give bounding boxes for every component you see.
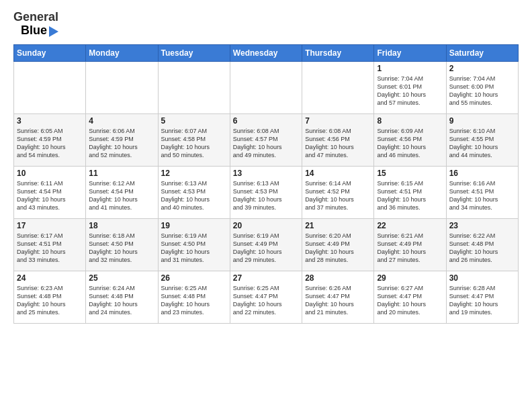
calendar-table: SundayMondayTuesdayWednesdayThursdayFrid… xyxy=(13,44,519,324)
calendar-cell: 20Sunrise: 6:19 AMSunset: 4:49 PMDayligh… xyxy=(230,218,302,271)
weekday-header-wednesday: Wednesday xyxy=(230,44,302,61)
calendar-cell: 19Sunrise: 6:19 AMSunset: 4:50 PMDayligh… xyxy=(158,218,230,271)
calendar-cell: 18Sunrise: 6:18 AMSunset: 4:50 PMDayligh… xyxy=(86,218,158,271)
day-info: Sunrise: 6:28 AMSunset: 4:47 PMDaylight:… xyxy=(449,284,515,317)
day-number: 12 xyxy=(161,169,227,178)
calendar-cell: 28Sunrise: 6:26 AMSunset: 4:47 PMDayligh… xyxy=(302,271,374,323)
day-number: 24 xyxy=(17,273,83,283)
day-number: 20 xyxy=(233,221,299,230)
calendar-cell xyxy=(14,61,86,113)
calendar-cell: 15Sunrise: 6:15 AMSunset: 4:51 PMDayligh… xyxy=(374,166,446,218)
day-number: 29 xyxy=(377,273,443,283)
day-info: Sunrise: 6:14 AMSunset: 4:52 PMDaylight:… xyxy=(305,179,371,212)
day-number: 22 xyxy=(377,221,443,230)
calendar-cell: 2Sunrise: 7:04 AMSunset: 6:00 PMDaylight… xyxy=(446,61,518,113)
day-number: 9 xyxy=(449,116,515,126)
calendar-header-row: SundayMondayTuesdayWednesdayThursdayFrid… xyxy=(14,44,519,61)
day-number: 7 xyxy=(305,116,371,126)
day-number: 19 xyxy=(161,221,227,230)
day-info: Sunrise: 6:25 AMSunset: 4:48 PMDaylight:… xyxy=(161,284,227,317)
day-number: 13 xyxy=(233,169,299,178)
day-info: Sunrise: 6:08 AMSunset: 4:57 PMDaylight:… xyxy=(233,127,299,160)
day-number: 3 xyxy=(17,116,83,126)
calendar-cell: 11Sunrise: 6:12 AMSunset: 4:54 PMDayligh… xyxy=(86,166,158,218)
day-number: 27 xyxy=(233,273,299,283)
day-number: 30 xyxy=(449,273,515,283)
day-number: 25 xyxy=(89,273,154,283)
day-number: 26 xyxy=(161,273,227,283)
calendar-week-row: 24Sunrise: 6:23 AMSunset: 4:48 PMDayligh… xyxy=(14,271,519,323)
day-info: Sunrise: 6:19 AMSunset: 4:50 PMDaylight:… xyxy=(161,232,227,265)
day-info: Sunrise: 7:04 AMSunset: 6:00 PMDaylight:… xyxy=(449,75,515,107)
calendar-cell: 10Sunrise: 6:11 AMSunset: 4:54 PMDayligh… xyxy=(14,166,86,218)
calendar-cell: 1Sunrise: 7:04 AMSunset: 6:01 PMDaylight… xyxy=(374,61,446,113)
day-info: Sunrise: 6:12 AMSunset: 4:54 PMDaylight:… xyxy=(89,179,154,212)
day-info: Sunrise: 6:13 AMSunset: 4:53 PMDaylight:… xyxy=(233,179,299,212)
day-number: 5 xyxy=(161,116,227,126)
header: General Blue xyxy=(13,11,519,38)
calendar-cell: 12Sunrise: 6:13 AMSunset: 4:53 PMDayligh… xyxy=(158,166,230,218)
logo-blue: Blue xyxy=(21,24,47,38)
calendar-week-row: 10Sunrise: 6:11 AMSunset: 4:54 PMDayligh… xyxy=(14,166,519,218)
day-info: Sunrise: 6:10 AMSunset: 4:55 PMDaylight:… xyxy=(449,127,515,160)
calendar-cell: 13Sunrise: 6:13 AMSunset: 4:53 PMDayligh… xyxy=(230,166,302,218)
day-number: 16 xyxy=(449,169,515,178)
calendar-cell: 23Sunrise: 6:22 AMSunset: 4:48 PMDayligh… xyxy=(446,218,518,271)
day-info: Sunrise: 6:06 AMSunset: 4:59 PMDaylight:… xyxy=(89,127,154,160)
day-info: Sunrise: 6:18 AMSunset: 4:50 PMDaylight:… xyxy=(89,232,154,265)
day-info: Sunrise: 6:26 AMSunset: 4:47 PMDaylight:… xyxy=(305,284,371,317)
logo-arrow-icon xyxy=(49,26,58,37)
weekday-header-friday: Friday xyxy=(374,44,446,61)
calendar-cell: 7Sunrise: 6:08 AMSunset: 4:56 PMDaylight… xyxy=(302,113,374,166)
calendar-cell: 16Sunrise: 6:16 AMSunset: 4:51 PMDayligh… xyxy=(446,166,518,218)
day-info: Sunrise: 6:23 AMSunset: 4:48 PMDaylight:… xyxy=(17,284,83,317)
day-number: 17 xyxy=(17,221,83,230)
day-number: 8 xyxy=(377,116,443,126)
day-number: 2 xyxy=(449,64,515,73)
day-info: Sunrise: 7:04 AMSunset: 6:01 PMDaylight:… xyxy=(377,75,443,107)
day-number: 28 xyxy=(305,273,371,283)
calendar-cell: 4Sunrise: 6:06 AMSunset: 4:59 PMDaylight… xyxy=(86,113,158,166)
calendar-cell: 17Sunrise: 6:17 AMSunset: 4:51 PMDayligh… xyxy=(14,218,86,271)
day-number: 10 xyxy=(17,169,83,178)
weekday-header-thursday: Thursday xyxy=(302,44,374,61)
day-info: Sunrise: 6:08 AMSunset: 4:56 PMDaylight:… xyxy=(305,127,371,160)
day-number: 11 xyxy=(89,169,154,178)
day-info: Sunrise: 6:19 AMSunset: 4:49 PMDaylight:… xyxy=(233,232,299,265)
calendar-cell xyxy=(86,61,158,113)
weekday-header-sunday: Sunday xyxy=(14,44,86,61)
page: General Blue SundayMondayTuesdayWednesda… xyxy=(0,0,532,330)
day-number: 15 xyxy=(377,169,443,178)
calendar-cell: 26Sunrise: 6:25 AMSunset: 4:48 PMDayligh… xyxy=(158,271,230,323)
logo-general: General xyxy=(13,10,58,24)
logo: General Blue xyxy=(13,11,58,38)
day-number: 14 xyxy=(305,169,371,178)
day-info: Sunrise: 6:15 AMSunset: 4:51 PMDaylight:… xyxy=(377,179,443,212)
day-info: Sunrise: 6:25 AMSunset: 4:47 PMDaylight:… xyxy=(233,284,299,317)
day-number: 1 xyxy=(377,64,443,73)
calendar-cell: 29Sunrise: 6:27 AMSunset: 4:47 PMDayligh… xyxy=(374,271,446,323)
day-info: Sunrise: 6:07 AMSunset: 4:58 PMDaylight:… xyxy=(161,127,227,160)
day-info: Sunrise: 6:22 AMSunset: 4:48 PMDaylight:… xyxy=(449,232,515,265)
calendar-cell: 14Sunrise: 6:14 AMSunset: 4:52 PMDayligh… xyxy=(302,166,374,218)
day-number: 4 xyxy=(89,116,154,126)
day-number: 18 xyxy=(89,221,154,230)
calendar-week-row: 1Sunrise: 7:04 AMSunset: 6:01 PMDaylight… xyxy=(14,61,519,113)
day-info: Sunrise: 6:21 AMSunset: 4:49 PMDaylight:… xyxy=(377,232,443,265)
weekday-header-tuesday: Tuesday xyxy=(158,44,230,61)
calendar-week-row: 17Sunrise: 6:17 AMSunset: 4:51 PMDayligh… xyxy=(14,218,519,271)
day-info: Sunrise: 6:09 AMSunset: 4:56 PMDaylight:… xyxy=(377,127,443,160)
weekday-header-saturday: Saturday xyxy=(446,44,518,61)
calendar-cell xyxy=(230,61,302,113)
day-number: 6 xyxy=(233,116,299,126)
day-info: Sunrise: 6:17 AMSunset: 4:51 PMDaylight:… xyxy=(17,232,83,265)
calendar-cell: 22Sunrise: 6:21 AMSunset: 4:49 PMDayligh… xyxy=(374,218,446,271)
logo-text: General xyxy=(13,11,58,24)
calendar-cell xyxy=(158,61,230,113)
day-info: Sunrise: 6:16 AMSunset: 4:51 PMDaylight:… xyxy=(449,179,515,212)
calendar-cell: 8Sunrise: 6:09 AMSunset: 4:56 PMDaylight… xyxy=(374,113,446,166)
calendar-cell: 3Sunrise: 6:05 AMSunset: 4:59 PMDaylight… xyxy=(14,113,86,166)
calendar-cell: 6Sunrise: 6:08 AMSunset: 4:57 PMDaylight… xyxy=(230,113,302,166)
calendar-cell: 25Sunrise: 6:24 AMSunset: 4:48 PMDayligh… xyxy=(86,271,158,323)
weekday-header-monday: Monday xyxy=(86,44,158,61)
